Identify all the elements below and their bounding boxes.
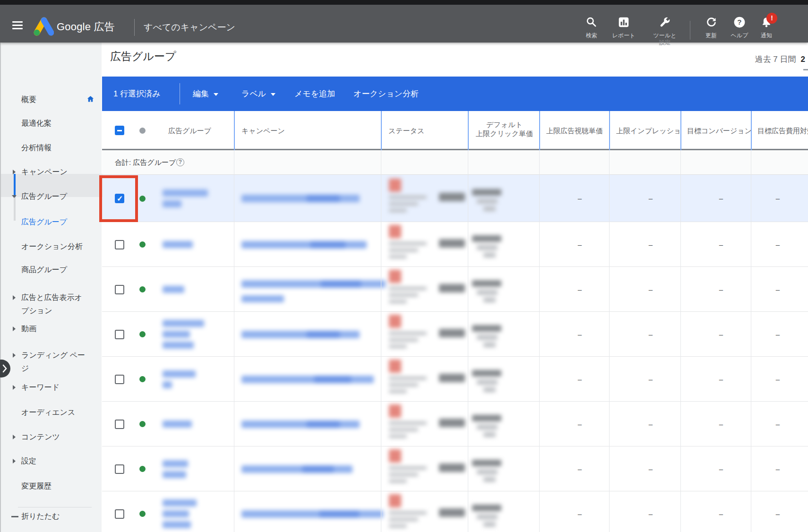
- sidebar-item-label: 広告と広告表示オプション: [21, 291, 88, 317]
- table-row[interactable]: ––––: [102, 312, 808, 357]
- empty-metric-value: –: [610, 330, 653, 338]
- column-header-ad-group[interactable]: 広告グループ: [168, 127, 211, 136]
- table-row[interactable]: ––––: [102, 402, 808, 446]
- sidebar-item-label: オーディエンス: [21, 406, 88, 419]
- empty-metric-value: –: [540, 510, 582, 518]
- column-header-default-max-cpc[interactable]: デフォルト上限クリック単価: [469, 120, 540, 138]
- table-row[interactable]: ––––: [102, 446, 808, 491]
- chevron-right-icon: [13, 385, 16, 390]
- main-menu-icon[interactable]: [12, 21, 23, 29]
- table-row[interactable]: ––––: [102, 491, 808, 532]
- sidebar-selected-indicator: [14, 174, 16, 197]
- column-header-status[interactable]: ステータス: [388, 127, 424, 136]
- google-ads-app: Google 広告 すべてのキャンペーン 検索 レポート ツールと設定: [0, 0, 808, 532]
- empty-metric-value: –: [681, 465, 723, 473]
- auction-insights-button[interactable]: オークション分析: [353, 88, 419, 99]
- window-top-strip: [0, 0, 808, 5]
- table-row[interactable]: ––––: [102, 357, 808, 402]
- empty-metric-value: –: [610, 240, 653, 249]
- column-border: [381, 150, 381, 532]
- search-button[interactable]: 検索: [577, 16, 606, 47]
- column-header-campaign[interactable]: キャンペーン: [241, 127, 285, 136]
- empty-metric-value: –: [681, 420, 723, 428]
- sidebar-item-label: オークション分析: [21, 240, 88, 253]
- empty-metric-value: –: [610, 375, 653, 383]
- empty-metric-value: –: [751, 510, 780, 518]
- sidebar-item-label: 動画: [21, 322, 88, 335]
- refresh-button[interactable]: 更新: [696, 16, 726, 47]
- home-icon: [86, 95, 95, 105]
- chevron-down-icon: [214, 93, 218, 96]
- select-all-checkbox[interactable]: [115, 126, 124, 135]
- help-icon: ?: [725, 16, 754, 30]
- empty-metric-value: –: [681, 510, 723, 518]
- column-border: [609, 150, 610, 532]
- table-row[interactable]: ––––: [102, 222, 808, 267]
- column-header-target-roas[interactable]: 目標広告費用対効果: [757, 127, 808, 136]
- date-range-selector[interactable]: 過去 7 日間2: [755, 54, 805, 65]
- help-button[interactable]: ? ヘルプ: [725, 16, 754, 47]
- empty-metric-value: –: [681, 375, 723, 383]
- campaign-context-title[interactable]: すべてのキャンペーン: [144, 21, 235, 34]
- help-circle-icon[interactable]: ?: [176, 158, 184, 166]
- selection-action-bar: 1 行選択済み 編集 ラベル メモを追加 オークション分析: [102, 77, 808, 111]
- column-header-max-impression[interactable]: 上限インプレッション: [616, 127, 680, 136]
- column-border: [468, 150, 468, 532]
- empty-metric-value: –: [540, 375, 582, 383]
- sidebar-item-label: 広告グループ: [21, 215, 88, 229]
- column-border: [234, 111, 235, 150]
- tools-settings-button[interactable]: ツールと設定: [650, 16, 679, 47]
- add-note-button[interactable]: メモを追加: [294, 88, 335, 99]
- empty-metric-value: –: [540, 194, 582, 202]
- empty-metric-value: –: [751, 420, 780, 428]
- column-border: [539, 150, 540, 532]
- empty-metric-value: –: [681, 240, 723, 249]
- empty-metric-value: –: [540, 240, 582, 249]
- bar-chart-icon: [609, 16, 638, 30]
- sidebar-item-label: 折りたたむ: [21, 510, 88, 523]
- chevron-right-icon: [13, 435, 16, 439]
- table-row[interactable]: ––––: [102, 175, 808, 222]
- notifications-button[interactable]: ! 通知: [752, 16, 781, 47]
- chevron-right-icon: [13, 326, 16, 331]
- edit-menu-button[interactable]: 編集: [193, 88, 218, 99]
- sidebar-item-label: キーワード: [21, 381, 88, 394]
- status-column-icon: [139, 128, 146, 134]
- column-header-max-cpv[interactable]: 上限広告視聴単価: [546, 127, 609, 136]
- column-border: [680, 150, 681, 532]
- table-row[interactable]: ––––: [102, 267, 808, 312]
- column-border: [680, 111, 681, 150]
- empty-metric-value: –: [610, 510, 653, 518]
- column-border: [381, 111, 382, 150]
- sidebar-item-label: 広告グループ: [21, 190, 88, 203]
- sidebar-item-label: 商品グループ: [21, 263, 88, 276]
- sidebar-item-label: 変更履歴: [21, 480, 88, 493]
- empty-metric-value: –: [540, 330, 582, 338]
- action-bar-divider: [180, 83, 180, 104]
- notification-badge: !: [766, 13, 777, 24]
- empty-metric-value: –: [751, 285, 780, 293]
- google-ads-logo-icon[interactable]: [31, 16, 54, 41]
- empty-metric-value: –: [751, 465, 780, 473]
- svg-text:?: ?: [737, 18, 741, 26]
- sidebar: 概要最適化案分析情報キャンペーン広告グループ広告グループオークション分析商品グル…: [0, 43, 102, 532]
- label-menu-button[interactable]: ラベル: [241, 88, 275, 99]
- empty-metric-value: –: [610, 465, 653, 473]
- sidebar-item-label: キャンペーン: [21, 165, 88, 179]
- main-content: 広告グループ 過去 7 日間2 1 行選択済み 編集 ラベル メモを追加 オーク…: [102, 43, 808, 532]
- column-border: [751, 111, 752, 150]
- column-header-target-conversion[interactable]: 目標コンバージョン: [687, 127, 751, 136]
- chevron-right-icon: [13, 170, 16, 174]
- empty-metric-value: –: [681, 285, 723, 293]
- summary-row: 合計: 広告グループ ?: [102, 150, 808, 175]
- bell-icon: !: [752, 16, 781, 30]
- reports-button[interactable]: レポート: [609, 16, 638, 47]
- wrench-icon: [650, 16, 679, 30]
- empty-metric-value: –: [540, 420, 582, 428]
- product-name: Google 広告: [57, 20, 115, 34]
- chevron-down-icon: [271, 93, 275, 96]
- date-range-underline: [803, 69, 808, 70]
- sidebar-item-label: 最適化案: [21, 117, 88, 130]
- summary-label: 合計: 広告グループ: [115, 158, 176, 167]
- sidebar-item-label: 概要: [21, 93, 88, 106]
